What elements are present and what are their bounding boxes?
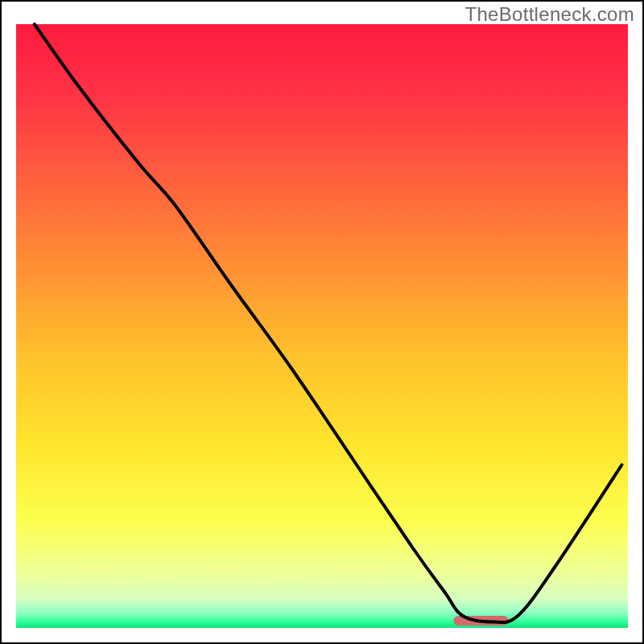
plot-background [16, 24, 628, 628]
chart-container: TheBottleneck.com [0, 0, 644, 644]
bottleneck-chart [0, 0, 644, 644]
watermark-text: TheBottleneck.com [464, 3, 634, 26]
